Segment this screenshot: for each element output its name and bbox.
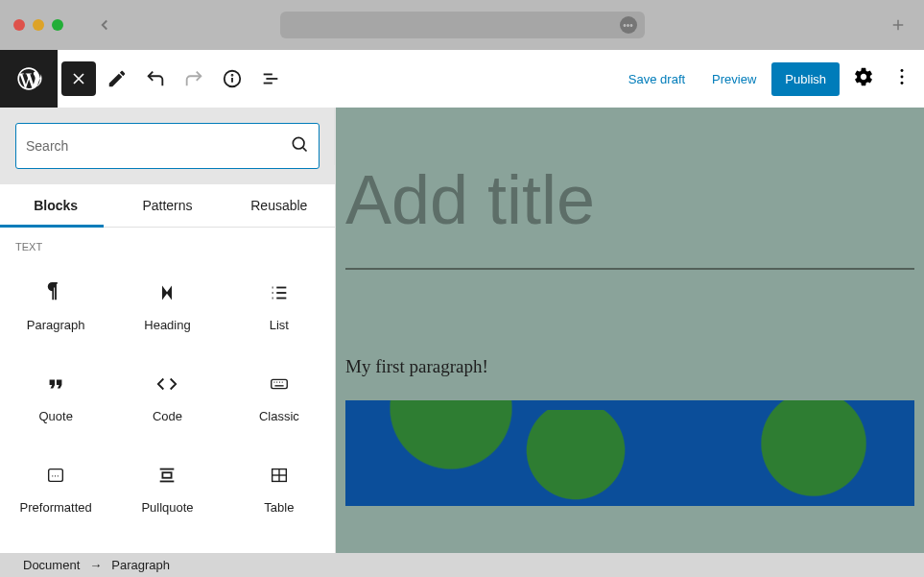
svg-point-10 (901, 69, 904, 72)
block-pullquote[interactable]: Pullquote (111, 443, 223, 534)
block-label: Paragraph (27, 318, 85, 332)
svg-point-13 (293, 137, 304, 149)
block-label: List (270, 318, 289, 332)
block-breadcrumb: Document → Paragraph (0, 553, 924, 577)
breadcrumb-current[interactable]: Paragraph (111, 558, 170, 572)
code-icon (155, 373, 178, 396)
window-zoom-button[interactable] (52, 19, 63, 31)
editor-toolbar: Save draft Preview Publish (0, 50, 924, 108)
undo-button[interactable] (138, 61, 173, 96)
save-draft-button[interactable]: Save draft (617, 72, 697, 86)
tools-button[interactable] (100, 61, 134, 96)
block-search (15, 123, 320, 169)
block-list[interactable]: List (224, 260, 335, 351)
more-options-button[interactable] (891, 66, 912, 91)
svg-point-6 (232, 75, 233, 76)
tab-patterns[interactable]: Patterns (111, 184, 223, 227)
window-close-button[interactable] (13, 19, 25, 31)
inserter-tabs: Blocks Patterns Reusable (0, 184, 335, 228)
window-titlebar: ••• (0, 0, 924, 50)
list-icon (268, 281, 291, 304)
block-label: Pullquote (141, 500, 193, 515)
toggle-inserter-button[interactable] (61, 61, 96, 96)
svg-rect-21 (272, 379, 288, 388)
wordpress-logo[interactable] (0, 50, 58, 108)
block-label: Heading (144, 318, 190, 332)
arrow-right-icon: → (89, 558, 102, 572)
paragraph-block[interactable]: My first paragraph! (345, 356, 924, 377)
address-bar[interactable]: ••• (280, 12, 645, 38)
table-icon (268, 464, 291, 487)
block-classic[interactable]: Classic (224, 351, 335, 443)
browser-back-button[interactable] (96, 16, 113, 34)
redo-button[interactable] (177, 61, 211, 96)
svg-line-14 (303, 148, 307, 152)
preformatted-icon (44, 464, 67, 487)
block-label: Classic (259, 409, 299, 423)
svg-rect-27 (49, 469, 63, 482)
window-minimize-button[interactable] (33, 19, 44, 31)
block-table[interactable]: Table (224, 443, 335, 534)
post-title-input[interactable]: Add title (345, 160, 924, 239)
search-icon (290, 134, 309, 157)
block-label: Preformatted (20, 500, 92, 515)
block-code[interactable]: Code (111, 351, 223, 443)
block-search-input[interactable] (26, 138, 290, 154)
editor-canvas[interactable]: Add title My first paragraph! (336, 108, 924, 553)
svg-point-12 (901, 82, 904, 84)
publish-button[interactable]: Publish (771, 62, 840, 96)
title-separator (345, 268, 914, 270)
block-category-label: TEXT (0, 228, 335, 260)
tab-reusable[interactable]: Reusable (224, 184, 335, 227)
preview-button[interactable]: Preview (700, 72, 768, 86)
breadcrumb-root[interactable]: Document (23, 558, 80, 572)
image-block[interactable] (345, 400, 914, 506)
block-inserter-panel: Blocks Patterns Reusable TEXT Paragraph … (0, 108, 336, 553)
svg-point-11 (901, 76, 904, 79)
heading-icon (155, 281, 178, 304)
classic-icon (268, 373, 291, 396)
block-paragraph[interactable]: Paragraph (0, 260, 111, 351)
block-label: Table (264, 500, 294, 515)
block-heading[interactable]: Heading (111, 260, 223, 351)
traffic-lights (13, 19, 63, 31)
block-quote[interactable]: Quote (0, 351, 111, 443)
site-options-icon[interactable]: ••• (620, 16, 637, 34)
block-label: Code (153, 409, 182, 423)
block-label: Quote (38, 409, 72, 423)
paragraph-icon (44, 281, 67, 304)
outline-button[interactable] (253, 61, 288, 96)
details-button[interactable] (215, 61, 249, 96)
block-preformatted[interactable]: Preformatted (0, 443, 111, 534)
svg-rect-32 (163, 472, 172, 478)
tab-blocks[interactable]: Blocks (0, 184, 111, 227)
new-tab-button[interactable] (889, 16, 907, 34)
settings-button[interactable] (853, 66, 874, 91)
quote-icon (44, 373, 67, 396)
pullquote-icon (155, 464, 178, 487)
